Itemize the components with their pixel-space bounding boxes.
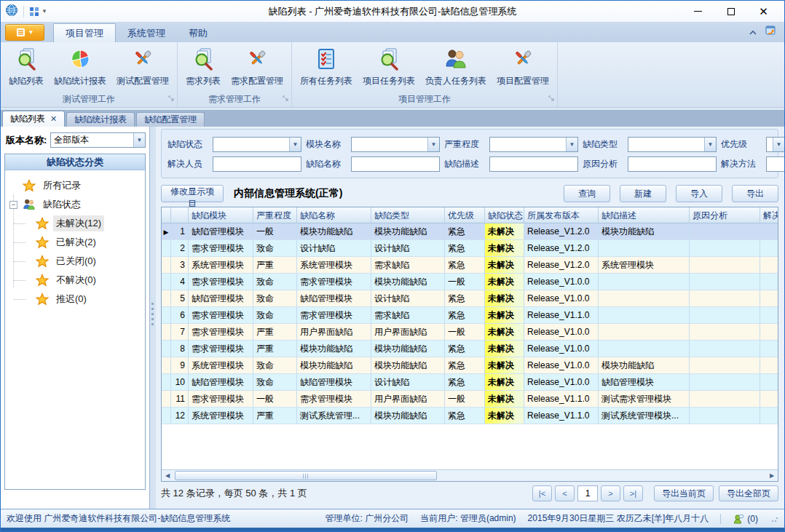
new-button[interactable]: 新建 — [620, 185, 666, 202]
dialog-launcher-icon[interactable] — [548, 92, 555, 105]
quick-access-layout-icon[interactable]: ▼ — [29, 7, 47, 17]
tree-item[interactable]: 未解决(12) — [5, 214, 145, 233]
table-row[interactable]: 12系统管理模块严重测试系统管理...模块功能缺陷紧急未解决Release_V1… — [162, 408, 778, 424]
ribbon-button[interactable]: 测试配置管理 — [111, 44, 174, 89]
filter-input[interactable] — [628, 156, 717, 172]
help-window-icon[interactable] — [765, 24, 777, 39]
tree-item[interactable]: 不解决(0) — [5, 271, 145, 290]
cell-name: 需求管理模块 — [297, 274, 371, 290]
scroll-left-icon[interactable]: ◀ — [162, 470, 173, 481]
table-row[interactable]: 5缺陷管理模块致命缺陷管理模块设计缺陷紧急未解决Release_V1.0.0 — [162, 290, 778, 307]
table-row[interactable]: 8需求管理模块严重模块功能缺陷模块功能缺陷紧急未解决Release_V1.0.0 — [162, 341, 778, 357]
filter-input[interactable] — [766, 156, 784, 172]
cell-version: Release_V1.2.0 — [524, 223, 599, 240]
star-icon — [23, 179, 36, 192]
column-header[interactable]: 所属发布版本 — [524, 207, 599, 223]
dialog-launcher-icon[interactable] — [168, 92, 175, 105]
ribbon-button-label: 测试配置管理 — [117, 75, 169, 87]
first-page-button[interactable]: |< — [532, 485, 552, 501]
page-number-input[interactable] — [577, 485, 598, 501]
modify-display-items-button[interactable]: 修改显示项目 — [161, 185, 224, 202]
tree-item[interactable]: 推迟(0) — [5, 290, 145, 309]
application-menu-button[interactable]: ▼ — [5, 24, 44, 41]
cell-analysis — [690, 223, 760, 240]
tree-item[interactable]: −缺陷状态 — [5, 195, 145, 214]
export-all-pages-button[interactable]: 导出全部页 — [719, 485, 778, 501]
next-page-button[interactable]: > — [601, 485, 620, 501]
collapse-ribbon-icon[interactable] — [749, 25, 757, 39]
filter-select[interactable]: ▼ — [766, 137, 784, 152]
table-row[interactable]: 6需求管理模块致命需求管理模块需求缺陷紧急未解决Release_V1.1.0 — [162, 307, 778, 324]
filter-input[interactable] — [351, 156, 440, 172]
close-button[interactable]: ✕ — [747, 1, 780, 21]
maximize-button[interactable] — [714, 1, 747, 21]
ribbon-tab-1[interactable]: 项目管理 — [53, 23, 116, 42]
column-header[interactable]: 原因分析 — [690, 207, 760, 223]
scroll-right-icon[interactable]: ▶ — [766, 470, 778, 481]
ribbon-button[interactable]: 缺陷统计报表 — [49, 44, 111, 89]
tree-item[interactable]: 已关闭(0) — [5, 252, 145, 271]
doc-tab-label: 缺陷统计报表 — [74, 114, 127, 126]
table-row[interactable]: 2需求管理模块致命设计缺陷设计缺陷紧急未解决Release_V1.2.0 — [162, 240, 778, 257]
current-row-arrow-icon: ▶ — [164, 229, 169, 236]
doc-tab-1[interactable]: 缺陷列表✕ — [2, 111, 65, 127]
filter-select[interactable]: ▼ — [213, 137, 301, 152]
ribbon-tab-2[interactable]: 系统管理 — [116, 25, 177, 42]
tree-item[interactable]: 已解决(2) — [5, 233, 145, 252]
table-row[interactable]: 7需求管理模块严重用户界面缺陷用户界面缺陷一般未解决Release_V1.0.0 — [162, 324, 778, 341]
doc-tab-2[interactable]: 缺陷统计报表 — [66, 112, 135, 127]
resize-grip-icon[interactable] — [771, 515, 778, 523]
export-current-page-button[interactable]: 导出当前页 — [654, 485, 714, 501]
splitter-handle[interactable] — [150, 127, 156, 509]
column-header[interactable]: 优先级 — [445, 207, 485, 223]
table-row[interactable]: 4需求管理模块致命需求管理模块模块功能缺陷一般未解决Release_V1.0.0 — [162, 274, 778, 290]
column-header[interactable]: 缺陷状态 — [485, 207, 524, 223]
table-row[interactable]: 10缺陷管理模块致命缺陷管理模块设计缺陷紧急未解决Release_V1.0.0缺… — [162, 374, 778, 391]
import-button[interactable]: 导入 — [676, 185, 722, 202]
ribbon-button[interactable]: 需求列表 — [181, 44, 226, 89]
tree-item[interactable]: 所有记录 — [5, 176, 145, 195]
row-selector — [162, 357, 171, 374]
message-indicator[interactable]: (0) — [733, 513, 758, 525]
ribbon-tab-3[interactable]: 帮助 — [177, 25, 219, 42]
minimize-button[interactable] — [682, 1, 714, 21]
cell-desc: 模块功能缺陷 — [599, 357, 690, 374]
row-number: 11 — [171, 391, 189, 408]
ribbon-button[interactable]: 所有任务列表 — [295, 44, 358, 89]
scrollbar-thumb[interactable] — [175, 471, 437, 480]
table-row[interactable]: 9系统管理模块致命模块功能缺陷模块功能缺陷紧急未解决Release_V1.0.0… — [162, 357, 778, 374]
ribbon-button[interactable]: 需求配置管理 — [226, 44, 288, 89]
table-row[interactable]: 3系统管理模块严重系统管理模块需求缺陷紧急未解决Release_V1.2.0系统… — [162, 257, 778, 274]
column-header[interactable]: 解决方法 — [760, 207, 778, 223]
filter-input[interactable] — [489, 156, 578, 172]
ribbon-button[interactable]: 负责人任务列表 — [420, 44, 492, 89]
collapse-expander-icon[interactable]: − — [9, 201, 17, 209]
doc-search-icon — [377, 47, 401, 73]
doc-tab-3[interactable]: 缺陷配置管理 — [136, 112, 205, 127]
filter-select[interactable]: ▼ — [628, 137, 717, 152]
ribbon-button[interactable]: 项目配置管理 — [492, 44, 554, 89]
last-page-button[interactable]: >| — [623, 485, 643, 501]
filter-select[interactable]: ▼ — [489, 137, 578, 152]
ribbon-button[interactable]: 项目任务列表 — [358, 44, 420, 89]
column-header[interactable]: 缺陷类型 — [371, 207, 445, 223]
cell-status: 未解决 — [485, 240, 524, 257]
filter-select[interactable]: ▼ — [351, 137, 440, 152]
filter-input[interactable] — [213, 156, 301, 172]
export-button[interactable]: 导出 — [732, 185, 778, 202]
version-select[interactable]: 全部版本 ▼ — [50, 132, 146, 148]
prev-page-button[interactable]: < — [555, 485, 575, 501]
table-row[interactable]: ▶1缺陷管理模块一般模块功能缺陷模块功能缺陷紧急未解决Release_V1.2.… — [162, 223, 778, 240]
ribbon-button[interactable]: 缺陷列表 — [4, 44, 49, 89]
dialog-launcher-icon[interactable] — [283, 92, 289, 105]
column-header[interactable]: 缺陷名称 — [297, 207, 371, 223]
column-header[interactable]: 严重程度 — [253, 207, 297, 223]
column-header[interactable]: 缺陷描述 — [599, 207, 690, 223]
horizontal-scrollbar[interactable]: ◀ ▶ — [162, 469, 778, 481]
close-tab-icon[interactable]: ✕ — [50, 114, 57, 124]
table-row[interactable]: 11需求管理模块一般需求管理模块用户界面缺陷一般未解决Release_V1.1.… — [162, 391, 778, 408]
query-button[interactable]: 查询 — [564, 185, 610, 202]
column-header[interactable]: 缺陷模块 — [189, 207, 253, 223]
cell-version: Release_V1.0.0 — [524, 324, 599, 341]
cell-severity: 严重 — [253, 408, 297, 424]
